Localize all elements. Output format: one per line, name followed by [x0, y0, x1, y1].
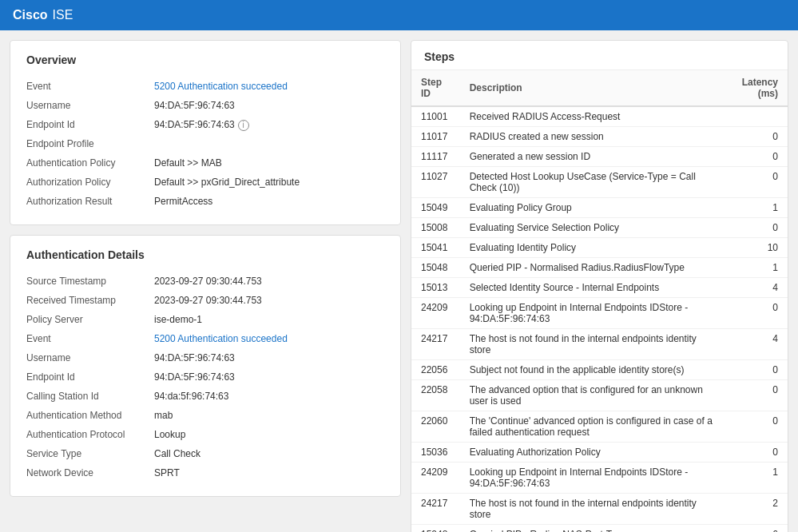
step-latency-cell: 6 — [723, 525, 788, 533]
steps-title: Steps — [411, 41, 788, 70]
field-label: Event — [26, 81, 154, 92]
overview-field-row: Endpoint Id94:DA:5F:96:74:63i — [26, 116, 384, 135]
step-id-cell: 22056 — [411, 360, 460, 380]
steps-body: 11001Received RADIUS Access-Request11017… — [411, 106, 788, 532]
field-value: PermitAccess — [154, 196, 384, 207]
field-label: Source Timestamp — [26, 276, 154, 287]
step-latency-cell: 10 — [723, 238, 788, 258]
field-label: Event — [26, 333, 154, 344]
field-value[interactable]: 5200 Authentication succeeded — [154, 81, 384, 92]
field-value: SPRT — [154, 467, 384, 478]
overview-field-row: Username94:DA:5F:96:74:63 — [26, 97, 384, 116]
field-label: Policy Server — [26, 314, 154, 325]
overview-field-row: Authorization PolicyDefault >> pxGrid_Di… — [26, 173, 384, 193]
field-label: Endpoint Profile — [26, 138, 154, 149]
step-description-cell: Evaluating Authorization Policy — [460, 443, 723, 463]
auth-field-row: Policy Serverise-demo-1 — [26, 311, 384, 330]
auth-field-row: Authentication ProtocolLookup — [26, 426, 384, 445]
info-icon[interactable]: i — [238, 120, 249, 131]
step-description-cell: Generated a new session ID — [460, 147, 723, 167]
step-description-cell: Looking up Endpoint in Internal Endpoint… — [460, 463, 723, 494]
field-value: 94:da:5f:96:74:63 — [154, 391, 384, 402]
step-id-cell: 11117 — [411, 147, 460, 167]
auth-field-row: Source Timestamp2023-09-27 09:30:44.753 — [26, 272, 384, 292]
table-row: 15048Queried PIP - Radius.NAS-Port-Type6 — [411, 525, 788, 533]
field-value: Default >> pxGrid_Direct_attribute — [154, 177, 384, 188]
step-latency-cell: 1 — [723, 258, 788, 278]
step-id-cell: 15041 — [411, 238, 460, 258]
header: Cisco ISE — [0, 0, 798, 30]
steps-panel: Steps Step ID Description Latency (ms) 1… — [411, 40, 788, 532]
step-latency-cell: 2 — [723, 494, 788, 525]
table-row: 11027Detected Host Lookup UseCase (Servi… — [411, 167, 788, 198]
field-value: mab — [154, 410, 384, 421]
step-description-cell: Received RADIUS Access-Request — [460, 106, 723, 127]
step-latency-cell: 0 — [723, 380, 788, 411]
header-ise: ISE — [53, 8, 73, 22]
step-id-cell: 22060 — [411, 411, 460, 443]
field-value: 94:DA:5F:96:74:63 — [154, 352, 384, 363]
step-id-cell: 15048 — [411, 258, 460, 278]
step-id-cell: 11001 — [411, 106, 460, 127]
auth-details-card: Authentication Details Source Timestamp2… — [10, 235, 401, 497]
overview-title: Overview — [26, 54, 384, 66]
step-latency-cell: 4 — [723, 329, 788, 360]
step-id-cell: 11017 — [411, 127, 460, 147]
field-label: Network Device — [26, 467, 154, 478]
field-label: Received Timestamp — [26, 295, 154, 306]
auth-field-row: Service TypeCall Check — [26, 445, 384, 464]
col-latency: Latency (ms) — [723, 70, 788, 106]
overview-fields: Event5200 Authentication succeededUserna… — [26, 77, 384, 212]
step-description-cell: Detected Host Lookup UseCase (Service-Ty… — [460, 167, 723, 198]
step-latency-cell: 0 — [723, 298, 788, 329]
step-description-cell: Looking up Endpoint in Internal Endpoint… — [460, 298, 723, 329]
table-row: 15036Evaluating Authorization Policy0 — [411, 443, 788, 463]
col-step-id: Step ID — [411, 70, 460, 106]
field-value: Call Check — [154, 448, 384, 459]
table-row: 15008Evaluating Service Selection Policy… — [411, 218, 788, 238]
table-row: 22056Subject not found in the applicable… — [411, 360, 788, 380]
table-row: 15049Evaluating Policy Group1 — [411, 198, 788, 218]
auth-field-row: Event5200 Authentication succeeded — [26, 330, 384, 349]
field-label: Service Type — [26, 448, 154, 459]
table-row: 11001Received RADIUS Access-Request — [411, 106, 788, 127]
table-row: 24209Looking up Endpoint in Internal End… — [411, 298, 788, 329]
table-row: 15048Queried PIP - Normalised Radius.Rad… — [411, 258, 788, 278]
table-row: 15013Selected Identity Source - Internal… — [411, 278, 788, 298]
field-value[interactable]: 5200 Authentication succeeded — [154, 333, 384, 344]
field-value: 94:DA:5F:96:74:63i — [154, 119, 384, 131]
step-description-cell: Queried PIP - Normalised Radius.RadiusFl… — [460, 258, 723, 278]
table-row: 11017RADIUS created a new session0 — [411, 127, 788, 147]
step-id-cell: 11027 — [411, 167, 460, 198]
step-id-cell: 24209 — [411, 298, 460, 329]
step-description-cell: The host is not found in the internal en… — [460, 494, 723, 525]
field-label: Endpoint Id — [26, 119, 154, 130]
field-value: 94:DA:5F:96:74:63 — [154, 371, 384, 383]
auth-field-row: Network DeviceSPRT — [26, 464, 384, 483]
steps-scroll[interactable]: Step ID Description Latency (ms) 11001Re… — [411, 70, 788, 532]
step-id-cell: 15036 — [411, 443, 460, 463]
steps-header-row: Step ID Description Latency (ms) — [411, 70, 788, 106]
field-label: Authentication Policy — [26, 157, 154, 169]
overview-field-row: Event5200 Authentication succeeded — [26, 77, 384, 97]
auth-field-row: Authentication Methodmab — [26, 407, 384, 426]
overview-field-row: Endpoint Profile — [26, 135, 384, 154]
table-row: 11117Generated a new session ID0 — [411, 147, 788, 167]
auth-details-title: Authentication Details — [26, 248, 384, 261]
field-value: 2023-09-27 09:30:44.753 — [154, 295, 384, 306]
table-row: 15041Evaluating Identity Policy10 — [411, 238, 788, 258]
steps-table: Step ID Description Latency (ms) 11001Re… — [411, 70, 788, 532]
step-latency-cell: 4 — [723, 278, 788, 298]
step-id-cell: 15013 — [411, 278, 460, 298]
step-description-cell: The advanced option that is configured f… — [460, 380, 723, 411]
step-id-cell: 24217 — [411, 329, 460, 360]
table-row: 22060The 'Continue' advanced option is c… — [411, 411, 788, 443]
field-value: Lookup — [154, 429, 384, 440]
step-description-cell: Queried PIP - Radius.NAS-Port-Type — [460, 525, 723, 533]
step-id-cell: 15008 — [411, 218, 460, 238]
field-label: Authentication Protocol — [26, 429, 154, 440]
col-description: Description — [460, 70, 723, 106]
field-value: ise-demo-1 — [154, 314, 384, 325]
step-latency-cell: 1 — [723, 463, 788, 494]
step-latency-cell: 0 — [723, 360, 788, 380]
